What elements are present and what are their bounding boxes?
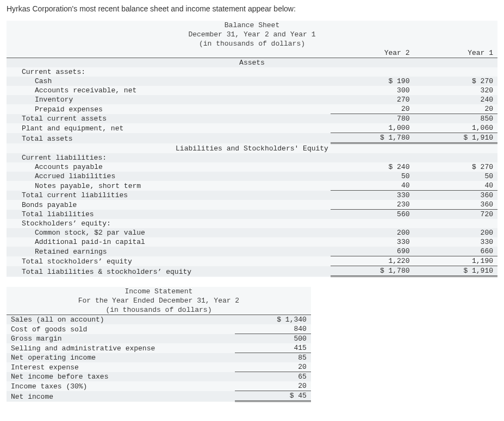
row-value: 840 xyxy=(235,324,311,334)
row-value-y2: 270 xyxy=(331,95,414,104)
row-label: Cash xyxy=(7,77,331,86)
row-value-y2: 690 xyxy=(331,247,414,256)
row-value-y1: $ 270 xyxy=(414,77,497,86)
row-value: 415 xyxy=(235,343,311,353)
row-value-y1: 240 xyxy=(414,95,497,104)
row-label: Income taxes (30%) xyxy=(7,381,235,391)
current-assets-header: Current assets: xyxy=(7,67,331,77)
row-label: Inventory xyxy=(7,95,331,104)
row-label: Gross margin xyxy=(7,334,235,344)
row-label: Total liabilities xyxy=(7,210,331,219)
row-value-y2: 200 xyxy=(331,228,414,237)
row-value-y2: $ 1,780 xyxy=(331,266,414,277)
row-value-y2: $ 1,780 xyxy=(331,133,414,143)
row-value-y1: $ 1,910 xyxy=(414,266,497,277)
row-value-y2: 300 xyxy=(331,86,414,95)
row-value-y1: 850 xyxy=(414,114,497,124)
row-value-y1: 40 xyxy=(414,181,497,191)
bs-title-2: December 31, Year 2 and Year 1 xyxy=(7,30,497,39)
current-liab-header: Current liabilities: xyxy=(7,153,331,162)
row-value-y2: 560 xyxy=(331,210,414,219)
row-label: Bonds payable xyxy=(7,200,331,210)
row-label: Prepaid expenses xyxy=(7,104,331,114)
row-value-y1: 360 xyxy=(414,191,497,200)
row-value-y1: 660 xyxy=(414,247,497,256)
income-statement-table: Income Statement For the Year Ended Dece… xyxy=(7,287,311,402)
row-value-y2: 1,000 xyxy=(331,123,414,133)
row-label: Additional paid-in capital xyxy=(7,237,331,247)
row-value-y2: $ 240 xyxy=(331,162,414,172)
row-label: Total stockholders’ equity xyxy=(7,256,331,266)
row-value: 65 xyxy=(235,372,311,382)
is-title-1: Income Statement xyxy=(7,287,311,296)
row-label: Total assets xyxy=(7,133,331,143)
row-value-y2: 50 xyxy=(331,172,414,181)
row-value-y1: 360 xyxy=(414,200,497,210)
row-value-y1: 1,190 xyxy=(414,256,497,266)
row-value-y1: 320 xyxy=(414,86,497,95)
row-value-y1: $ 1,910 xyxy=(414,133,497,143)
stockholders-header: Stockholders’ equity: xyxy=(7,219,331,228)
col-year1: Year 1 xyxy=(414,48,497,58)
row-value: $ 1,340 xyxy=(235,315,311,325)
row-label: Accounts payable xyxy=(7,162,331,172)
row-label: Cost of goods sold xyxy=(7,324,235,334)
row-value: 500 xyxy=(235,334,311,344)
row-label: Accounts receivable, net xyxy=(7,86,331,95)
row-value-y2: 230 xyxy=(331,200,414,210)
row-label: Sales (all on account) xyxy=(7,315,235,325)
row-value: 20 xyxy=(235,381,311,391)
row-value-y2: 330 xyxy=(331,191,414,200)
row-label: Total liabilities & stockholders’ equity xyxy=(7,266,331,277)
bs-title-3: (in thousands of dollars) xyxy=(7,39,497,48)
row-value: 85 xyxy=(235,353,311,363)
row-label: Net income before taxes xyxy=(7,372,235,382)
balance-sheet-table: Balance Sheet December 31, Year 2 and Ye… xyxy=(7,21,497,277)
row-value-y2: 40 xyxy=(331,181,414,191)
row-value: $ 45 xyxy=(235,391,311,401)
row-value-y2: 330 xyxy=(331,237,414,247)
intro-text: Hyrkas Corporation's most recent balance… xyxy=(7,4,497,13)
is-title-2: For the Year Ended December 31, Year 2 xyxy=(7,296,311,305)
row-label: Notes payable, short term xyxy=(7,181,331,191)
assets-header: Assets xyxy=(7,58,497,68)
row-label: Net income xyxy=(7,391,235,401)
row-label: Selling and administrative expense xyxy=(7,343,235,353)
row-value-y1: $ 270 xyxy=(414,162,497,172)
col-year2: Year 2 xyxy=(331,48,414,58)
row-label: Common stock, $2 par value xyxy=(7,228,331,237)
bs-title-1: Balance Sheet xyxy=(7,21,497,30)
row-value: 20 xyxy=(235,362,311,372)
row-label: Interest expense xyxy=(7,362,235,372)
row-value-y1: 50 xyxy=(414,172,497,181)
row-label: Net operating income xyxy=(7,353,235,363)
row-value-y1: 200 xyxy=(414,228,497,237)
row-label: Accrued liabilities xyxy=(7,172,331,181)
is-title-3: (in thousands of dollars) xyxy=(7,305,311,315)
row-value-y2: 20 xyxy=(331,104,414,114)
row-value-y1: 330 xyxy=(414,237,497,247)
row-label: Plant and equipment, net xyxy=(7,123,331,133)
row-label: Total current liabilities xyxy=(7,191,331,200)
row-label: Total current assets xyxy=(7,114,331,124)
row-value-y2: 780 xyxy=(331,114,414,124)
row-value-y1: 1,060 xyxy=(414,123,497,133)
row-value-y2: 1,220 xyxy=(331,256,414,266)
liab-equity-header: Liabilities and Stockholders' Equity xyxy=(7,143,497,154)
row-value-y1: 720 xyxy=(414,210,497,219)
row-value-y2: $ 190 xyxy=(331,77,414,86)
row-label: Retained earnings xyxy=(7,247,331,256)
row-value-y1: 20 xyxy=(414,104,497,114)
